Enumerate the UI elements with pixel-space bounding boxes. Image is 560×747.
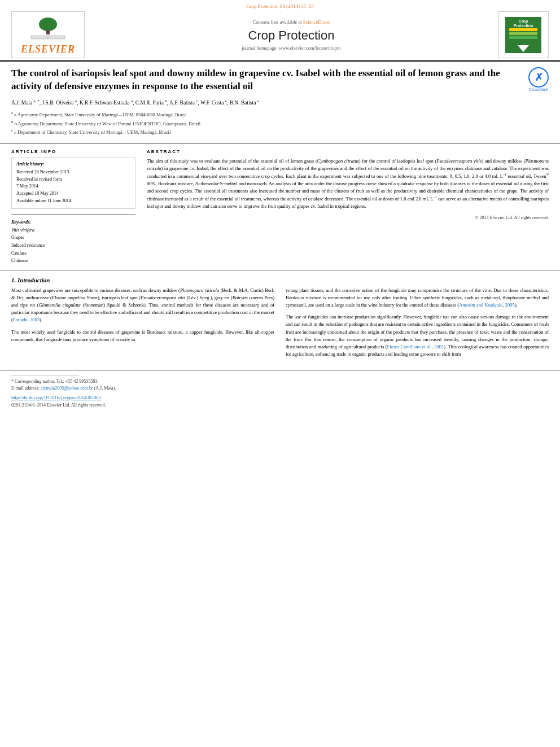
species-pv: Pseudocercospora vitis bbox=[141, 295, 185, 300]
keyword-2: Grapes bbox=[11, 234, 135, 242]
crop-icon: Crop Protection bbox=[505, 17, 541, 53]
journal-volume-ref: Crop Protection 63 (2014) 57–67 bbox=[246, 3, 314, 9]
svg-point-0 bbox=[39, 18, 57, 31]
crossmark-icon: ✗ bbox=[535, 71, 543, 84]
species-pm: Plasmopara viticola bbox=[180, 287, 219, 293]
intro-para-1: Most cultivated grapevines are susceptib… bbox=[11, 287, 274, 324]
superscript-2: ® bbox=[546, 173, 549, 176]
email-note: (A.J. Maía). bbox=[94, 386, 116, 391]
author-sup-d: b bbox=[165, 99, 167, 103]
intro-right-text: young plant tissues, and the corrosive a… bbox=[286, 287, 549, 359]
ref-flores[interactable]: Flores-Cantillano et al., 2001 bbox=[387, 344, 444, 350]
crossmark-area: ✗ CrossMark bbox=[528, 67, 549, 91]
superscript-1: −1 bbox=[503, 173, 506, 176]
issn-line: 0261-2194/© 2014 Elsevier Ltd. All right… bbox=[11, 403, 549, 408]
footer-area: * Corresponding author. Tel.: +55 42 995… bbox=[0, 370, 560, 411]
keyword-5: Chitinase bbox=[11, 257, 135, 265]
journal-homepage: journal homepage: www.elsevier.com/locat… bbox=[242, 45, 341, 51]
crop-icon-text-line2: Protection bbox=[514, 24, 533, 28]
affil-text-b: b Agronomy Department, State University … bbox=[15, 120, 200, 126]
keyword-3: Induced resistance bbox=[11, 242, 135, 250]
affil-sup-a: a bbox=[11, 111, 13, 115]
science-direct-link[interactable]: ScienceDirect bbox=[303, 19, 330, 25]
divider bbox=[11, 215, 135, 215]
keyword-4: Catalase bbox=[11, 250, 135, 257]
journal-title-text: Crop Protection bbox=[248, 28, 335, 43]
author-sup-a: a, * bbox=[34, 99, 40, 103]
received-date: Received 26 November 2013 bbox=[16, 169, 130, 176]
header-main: ELSEVIER Contents lists available at Sci… bbox=[11, 11, 549, 58]
email-line: E-mail address: alymaía2005@yahoo.com.br… bbox=[11, 385, 549, 392]
authors-line: A.J. Maia a, *, J.S.B. Oliveira a, K.R.F… bbox=[11, 99, 549, 106]
article-title: The control of isariopsis leaf spot and … bbox=[11, 67, 549, 93]
doi-link[interactable]: http://dx.doi.org/10.1016/j.cropro.2014.… bbox=[11, 395, 101, 400]
article-info-abstract-section: ARTICLE INFO Article history: Received 2… bbox=[0, 143, 560, 271]
online-date: Available online 11 June 2014 bbox=[16, 198, 130, 205]
crossmark-badge: ✗ bbox=[528, 67, 549, 88]
article-section: ✗ CrossMark The control of isariopsis le… bbox=[0, 62, 560, 143]
abstract-paragraph: The aim of this study was to evaluate th… bbox=[147, 158, 549, 211]
affil-a: a a Agronomy Department, State Universit… bbox=[11, 110, 549, 119]
page-container: Crop Protection 63 (2014) 57–67 ELSEVIER bbox=[0, 0, 560, 747]
contents-text: Contents lists available at bbox=[253, 19, 302, 25]
history-label: Article history: bbox=[16, 161, 130, 167]
crop-lines-svg bbox=[509, 28, 537, 45]
affiliations: a a Agronomy Department, State Universit… bbox=[11, 110, 549, 136]
arrow-svg bbox=[518, 45, 529, 52]
doi-line: http://dx.doi.org/10.1016/j.cropro.2014.… bbox=[11, 394, 549, 401]
revised-label: Received in revised form bbox=[16, 176, 130, 184]
svg-marker-8 bbox=[518, 45, 529, 52]
ref-farjado[interactable]: Farjado, 2003 bbox=[13, 317, 40, 322]
journal-top-bar: Crop Protection 63 (2014) 57–67 bbox=[11, 3, 549, 9]
homepage-label: journal homepage: www.elsevier.com/locat… bbox=[242, 45, 341, 51]
right-column: ABSTRACT The aim of this study was to ev… bbox=[147, 149, 549, 265]
superscript-3: −1 bbox=[434, 195, 437, 199]
corresponding-label: * Corresponding author. Tel.: +55 42 995… bbox=[11, 379, 98, 384]
svg-rect-6 bbox=[509, 36, 537, 39]
species-2: Pseudocercospora vitis bbox=[436, 158, 482, 164]
affil-sup-c: c bbox=[11, 128, 13, 133]
article-info-header: ARTICLE INFO bbox=[11, 149, 135, 154]
keywords-title: Keywords: bbox=[11, 220, 135, 225]
ref-amorim[interactable]: Amorim and Kuniyuki, 2005 bbox=[459, 302, 515, 308]
crop-icon-text-line1: Crop bbox=[519, 19, 528, 24]
author-sup-f: c bbox=[225, 99, 227, 103]
intro-left-col: Most cultivated grapevines are susceptib… bbox=[11, 287, 274, 363]
intro-left-text: Most cultivated grapevines are susceptib… bbox=[11, 287, 274, 343]
keywords-section: Keywords: Vitis vinifera Grapes Induced … bbox=[11, 220, 135, 265]
elsevier-logo: ELSEVIER bbox=[21, 14, 75, 55]
species-ea: Elsinoe ampelina bbox=[52, 295, 85, 300]
revised-date: 7 May 2014 bbox=[16, 183, 130, 190]
author-sup-e: c bbox=[196, 99, 198, 103]
svg-rect-5 bbox=[509, 32, 537, 35]
abstract-header: ABSTRACT bbox=[147, 149, 549, 154]
keyword-1: Vitis vinifera bbox=[11, 226, 135, 234]
email-link[interactable]: alymaía2005@yahoo.com.br bbox=[41, 386, 93, 391]
journal-center: Contents lists available at ScienceDirec… bbox=[85, 11, 498, 58]
svg-rect-7 bbox=[509, 40, 537, 43]
footnote-divider bbox=[11, 375, 79, 376]
accepted-date: Accepted 10 May 2014 bbox=[16, 190, 130, 198]
science-direct-line: Contents lists available at ScienceDirec… bbox=[253, 19, 330, 25]
introduction-section: 1. Introduction bbox=[0, 271, 560, 283]
elsevier-logo-area: ELSEVIER bbox=[11, 11, 85, 58]
intro-para-2: The most widely used fungicide to contro… bbox=[11, 329, 274, 343]
intro-para-4: The use of fungicides can increase produ… bbox=[286, 313, 549, 358]
crossmark-label: CrossMark bbox=[528, 88, 549, 91]
article-info-box: Article history: Received 26 November 20… bbox=[11, 158, 135, 209]
species-bc: Botrytis cinerea bbox=[233, 295, 263, 300]
species-1: Cymbopogon citratus bbox=[317, 158, 359, 164]
author-sup-g: a bbox=[257, 99, 259, 103]
email-label: E-mail address: bbox=[11, 386, 40, 391]
crop-protection-logo: Crop Protection bbox=[498, 11, 549, 58]
abstract-text: The aim of this study was to evaluate th… bbox=[147, 158, 549, 211]
corresponding-author: * Corresponding author. Tel.: +55 42 995… bbox=[11, 378, 549, 385]
affil-text-c: c Department of Chemistry, State Univers… bbox=[14, 129, 170, 135]
affil-sup-b: b bbox=[11, 120, 14, 124]
svg-rect-1 bbox=[46, 30, 50, 34]
intro-right-col: young plant tissues, and the corrosive a… bbox=[286, 287, 549, 363]
left-column: ARTICLE INFO Article history: Received 2… bbox=[11, 149, 135, 265]
elsevier-wordmark: ELSEVIER bbox=[21, 43, 75, 55]
intro-body: Most cultivated grapevines are susceptib… bbox=[0, 287, 560, 369]
intro-title: 1. Introduction bbox=[11, 277, 549, 283]
